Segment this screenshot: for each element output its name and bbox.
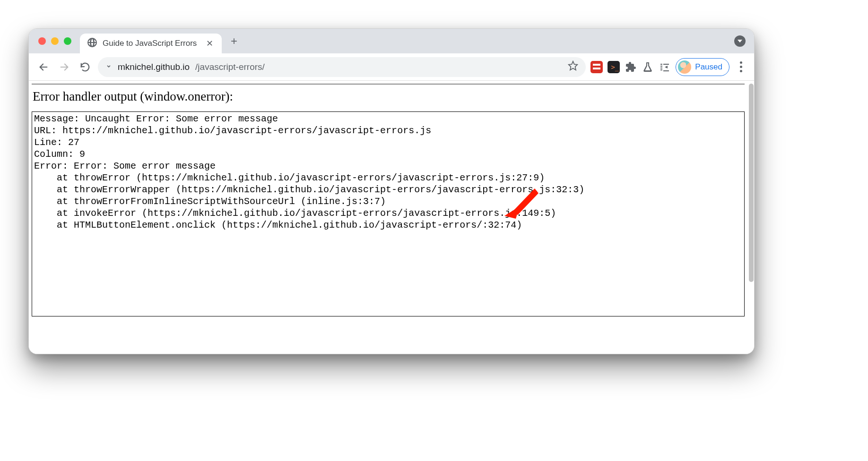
- extensions-puzzle-icon[interactable]: [625, 61, 637, 73]
- profile-chip[interactable]: Paused: [676, 58, 729, 76]
- close-window-button[interactable]: [38, 37, 46, 45]
- media-controls-icon[interactable]: [659, 61, 671, 73]
- maximize-window-button[interactable]: [64, 37, 71, 45]
- back-button[interactable]: [35, 59, 52, 75]
- window-controls: [38, 37, 71, 45]
- reload-button[interactable]: [77, 59, 93, 75]
- error-output-box: Message: Uncaught Error: Some error mess…: [32, 111, 745, 316]
- forward-button[interactable]: [56, 59, 72, 75]
- url-path: /javascript-errors/: [195, 62, 265, 72]
- extension-icon-2[interactable]: >_: [608, 61, 620, 73]
- tabs-dropdown-button[interactable]: [734, 35, 746, 47]
- tab-strip: Guide to JavaScript Errors ✕ +: [29, 29, 754, 53]
- profile-label: Paused: [695, 62, 722, 72]
- minimize-window-button[interactable]: [51, 37, 59, 45]
- page-content: Error handler output (window.onerror): M…: [29, 81, 747, 354]
- chrome-menu-button[interactable]: [734, 61, 747, 72]
- page-viewport: Error handler output (window.onerror): M…: [29, 81, 754, 354]
- extension-icon-1[interactable]: [590, 61, 603, 73]
- svg-marker-2: [569, 61, 577, 70]
- browser-toolbar: mknichel.github.io/javascript-errors/ >_…: [29, 53, 754, 81]
- globe-icon: [87, 37, 98, 50]
- new-tab-button[interactable]: +: [226, 33, 243, 50]
- bookmark-star-icon[interactable]: [568, 60, 578, 73]
- browser-tab[interactable]: Guide to JavaScript Errors ✕: [80, 34, 222, 53]
- site-info-chevron-icon[interactable]: [105, 63, 112, 71]
- scrollbar-thumb[interactable]: [749, 84, 754, 282]
- vertical-scrollbar[interactable]: [747, 81, 754, 354]
- tab-title: Guide to JavaScript Errors: [103, 39, 200, 48]
- labs-flask-icon[interactable]: [642, 61, 654, 73]
- url-host: mknichel.github.io: [118, 62, 190, 72]
- close-tab-button[interactable]: ✕: [204, 38, 215, 49]
- page-divider: [32, 84, 745, 85]
- address-bar[interactable]: mknichel.github.io/javascript-errors/: [98, 57, 586, 77]
- avatar-icon: [678, 60, 691, 74]
- browser-window: Guide to JavaScript Errors ✕ + mknichel.…: [28, 28, 755, 354]
- error-output-heading: Error handler output (window.onerror):: [33, 89, 745, 104]
